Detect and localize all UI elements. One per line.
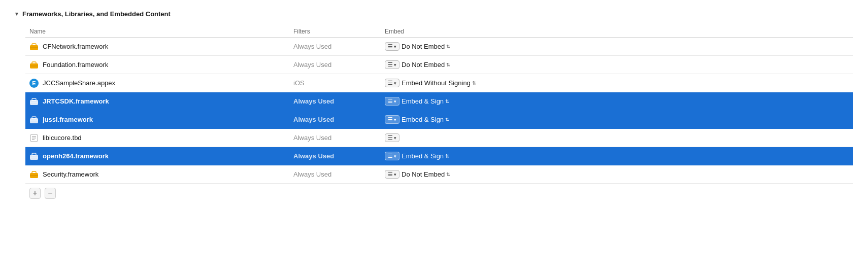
embed-cell: ☰ ▾ Embed & Sign ⇅ (385, 115, 527, 124)
svg-rect-1 (32, 44, 36, 46)
framework-name: CFNetwork.framework (43, 43, 108, 50)
embed-value: Do Not Embed ⇅ (402, 61, 450, 68)
svg-rect-10 (32, 117, 36, 119)
table-row[interactable]: JRTCSDK.framework Always Used ☰ ▾ Embed … (25, 92, 853, 111)
framework-name: Foundation.framework (43, 61, 108, 68)
table-header-row: Name Filters Embed (25, 26, 853, 38)
sort-arrows-icon: ⇅ (446, 172, 450, 177)
column-header-filters: Filters (293, 28, 385, 35)
briefcase-icon (29, 170, 39, 179)
filters-cell: Always Used (293, 170, 385, 178)
filters-cell: Always Used (293, 134, 385, 142)
embed-cell: ☰ ▾ Embed & Sign ⇅ (385, 152, 527, 160)
name-cell: E JCCSampleShare.appex (29, 79, 293, 88)
column-header-embed: Embed (385, 28, 527, 35)
framework-name: JRTCSDK.framework (43, 97, 109, 105)
briefcase-icon (29, 152, 39, 161)
sort-arrows-icon: ⇅ (446, 62, 450, 67)
table-row[interactable]: libicucore.tbd Always Used ☰ ▾ (25, 129, 853, 147)
filter-icon: ☰ (388, 153, 393, 159)
framework-name: openh264.framework (43, 152, 109, 160)
collapse-chevron-icon[interactable]: ▾ (15, 11, 18, 17)
filter-button[interactable]: ☰ ▾ (385, 115, 399, 124)
filter-button[interactable]: ☰ ▾ (385, 42, 399, 51)
table-row[interactable]: openh264.framework Always Used ☰ ▾ Embed… (25, 147, 853, 165)
filter-chevron-icon: ▾ (394, 154, 396, 159)
briefcase-icon (29, 42, 39, 51)
filter-button[interactable]: ☰ ▾ (385, 170, 399, 179)
embed-value: Do Not Embed ⇅ (402, 43, 450, 50)
name-cell: jussl.framework (29, 115, 293, 124)
filter-icon: ☰ (388, 134, 393, 141)
table-footer: + − (29, 188, 853, 199)
column-header-name: Name (29, 28, 293, 35)
filters-cell: Always Used (293, 97, 385, 105)
embed-cell: ☰ ▾ Embed Without Signing ⇅ (385, 79, 527, 87)
frameworks-table: Name Filters Embed CFNetwork.framework A… (25, 26, 853, 199)
filters-cell: iOS (293, 79, 385, 87)
embed-cell: ☰ ▾ Do Not Embed ⇅ (385, 170, 527, 179)
filters-cell: Always Used (293, 152, 385, 160)
filter-chevron-icon: ▾ (394, 81, 396, 86)
filter-icon: ☰ (388, 61, 393, 68)
filter-button[interactable]: ☰ ▾ (385, 133, 399, 142)
table-row[interactable]: jussl.framework Always Used ☰ ▾ Embed & … (25, 111, 853, 129)
filters-cell: Always Used (293, 43, 385, 50)
remove-framework-button[interactable]: − (45, 188, 56, 199)
embed-cell: ☰ ▾ (385, 133, 527, 142)
filters-cell: Always Used (293, 61, 385, 68)
sort-arrows-icon: ⇅ (445, 117, 449, 122)
filter-chevron-icon: ▾ (394, 99, 396, 104)
name-cell: libicucore.tbd (29, 133, 293, 143)
table-row[interactable]: Foundation.framework Always Used ☰ ▾ Do … (25, 56, 853, 74)
filter-icon: ☰ (388, 98, 393, 105)
svg-rect-4 (32, 62, 36, 64)
filter-button[interactable]: ☰ ▾ (385, 79, 399, 87)
filter-chevron-icon: ▾ (394, 172, 396, 177)
remove-icon: − (48, 189, 52, 197)
filter-button[interactable]: ☰ ▾ (385, 60, 399, 69)
circle-e-icon: E (29, 79, 39, 88)
section-header: ▾ Frameworks, Libraries, and Embedded Co… (15, 10, 853, 18)
embed-cell: ☰ ▾ Embed & Sign ⇅ (385, 97, 527, 106)
name-cell: openh264.framework (29, 152, 293, 161)
embed-cell: ☰ ▾ Do Not Embed ⇅ (385, 42, 527, 51)
filter-chevron-icon: ▾ (394, 62, 396, 67)
filter-chevron-icon: ▾ (394, 135, 396, 141)
name-cell: Foundation.framework (29, 60, 293, 70)
filter-chevron-icon: ▾ (394, 44, 396, 49)
name-cell: CFNetwork.framework (29, 42, 293, 51)
sort-arrows-icon: ⇅ (446, 44, 450, 49)
framework-name: jussl.framework (43, 116, 93, 123)
add-icon: + (32, 189, 37, 197)
svg-rect-20 (32, 171, 36, 174)
svg-rect-7 (32, 98, 36, 100)
filter-button[interactable]: ☰ ▾ (385, 152, 399, 160)
filter-button[interactable]: ☰ ▾ (385, 97, 399, 106)
embed-value: Embed & Sign ⇅ (402, 116, 449, 123)
sort-arrows-icon: ⇅ (445, 99, 449, 104)
embed-value: Do Not Embed ⇅ (402, 170, 450, 178)
embed-value: Embed & Sign ⇅ (402, 152, 449, 160)
sort-arrows-icon: ⇅ (472, 81, 476, 86)
filter-icon: ☰ (388, 43, 393, 50)
embed-value: Embed & Sign ⇅ (402, 97, 449, 105)
briefcase-icon (29, 97, 39, 106)
embed-cell: ☰ ▾ Do Not Embed ⇅ (385, 60, 527, 69)
table-body: CFNetwork.framework Always Used ☰ ▾ Do N… (25, 38, 853, 184)
tbd-icon (29, 133, 39, 143)
table-row[interactable]: E JCCSampleShare.appex iOS ☰ ▾ Embed Wit… (25, 74, 853, 92)
filters-cell: Always Used (293, 116, 385, 123)
svg-rect-17 (32, 153, 36, 155)
filter-icon: ☰ (388, 80, 393, 86)
briefcase-icon (29, 115, 39, 124)
table-row[interactable]: Security.framework Always Used ☰ ▾ Do No… (25, 165, 853, 184)
filter-icon: ☰ (388, 171, 393, 178)
briefcase-icon (29, 60, 39, 70)
section-title: Frameworks, Libraries, and Embedded Cont… (22, 10, 171, 18)
sort-arrows-icon: ⇅ (445, 154, 449, 159)
filter-icon: ☰ (388, 116, 393, 123)
table-row[interactable]: CFNetwork.framework Always Used ☰ ▾ Do N… (25, 38, 853, 56)
name-cell: JRTCSDK.framework (29, 97, 293, 106)
add-framework-button[interactable]: + (29, 188, 41, 199)
